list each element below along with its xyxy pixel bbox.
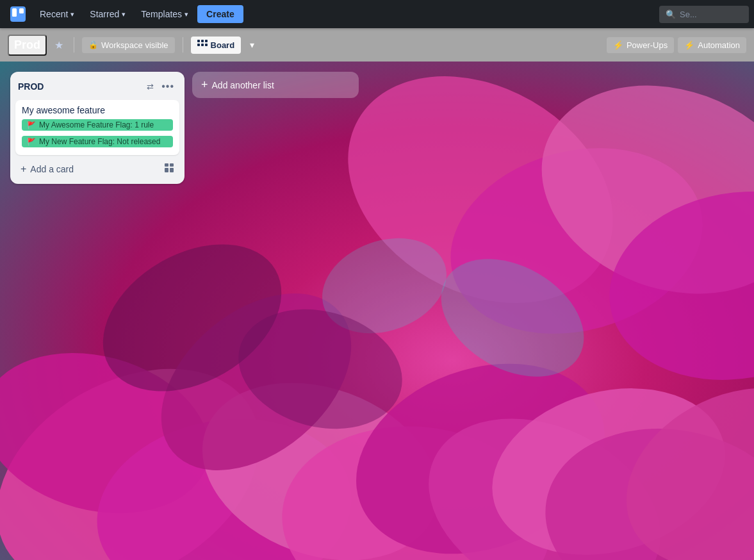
star-icon: ★ — [54, 40, 63, 51]
create-button[interactable]: Create — [197, 5, 243, 23]
add-card-template-icon — [164, 163, 174, 175]
starred-chevron-icon: ▾ — [122, 10, 126, 19]
label-text-2: My New Feature Flag: Not released — [39, 137, 160, 146]
card-label-1: 🚩 My Awesome Feature Flag: 1 rule — [22, 119, 173, 131]
list-header-prod: PROD ⇄ ••• — [15, 78, 179, 95]
recent-label: Recent — [40, 9, 68, 19]
svg-rect-30 — [165, 168, 168, 172]
workspace-lock-icon: 🔒 — [88, 40, 98, 49]
list-title-prod: PROD — [18, 81, 144, 92]
automation-zap-icon: ⚡ — [684, 40, 694, 50]
add-card-button[interactable]: + Add a card — [15, 159, 179, 179]
svg-rect-31 — [170, 168, 174, 172]
board-title-button[interactable]: Prod — [8, 35, 47, 56]
trello-logo — [5, 6, 31, 22]
label-icon-1: 🚩 — [27, 121, 36, 129]
power-ups-button[interactable]: ⚡ Power-Ups — [607, 37, 674, 53]
lists-container: PROD ⇄ ••• My awesome feature 🚩 My Awes — [10, 72, 359, 184]
list-header-actions: ⇄ ••• — [144, 78, 177, 95]
starred-label: Starred — [90, 9, 119, 19]
board-view-label: Board — [211, 40, 235, 50]
svg-rect-4 — [201, 40, 204, 42]
svg-rect-8 — [205, 44, 208, 46]
expand-icon: ▾ — [250, 40, 254, 50]
svg-rect-1 — [12, 8, 17, 17]
list-menu-button[interactable]: ••• — [159, 78, 177, 95]
header-right-actions: ⚡ Power-Ups ⚡ Automation — [607, 37, 746, 53]
svg-rect-3 — [197, 40, 200, 42]
search-icon: 🔍 — [666, 10, 676, 19]
top-nav: Recent ▾ Starred ▾ Templates ▾ Create 🔍 … — [0, 0, 754, 28]
expand-button[interactable]: ▾ — [246, 37, 258, 53]
add-list-plus-icon: + — [201, 78, 208, 92]
search-bar[interactable]: 🔍 Se... — [659, 6, 749, 23]
add-list-label: Add another list — [212, 80, 274, 90]
automation-button[interactable]: ⚡ Automation — [678, 37, 746, 53]
templates-button[interactable]: Templates ▾ — [135, 5, 195, 23]
power-ups-label: Power-Ups — [627, 40, 668, 50]
add-another-list-button[interactable]: + Add another list — [192, 72, 359, 98]
svg-rect-28 — [165, 163, 168, 167]
power-ups-icon: ⚡ — [613, 40, 623, 50]
board-grid-icon — [197, 40, 208, 51]
card-my-awesome-feature[interactable]: My awesome feature 🚩 My Awesome Feature … — [15, 100, 179, 155]
board-header: Prod ★ 🔒 Workspace visible Board ▾ ⚡ Pow… — [0, 28, 754, 62]
board-view-button[interactable]: Board — [191, 37, 242, 54]
label-icon-2: 🚩 — [27, 138, 36, 146]
card-label-2: 🚩 My New Feature Flag: Not released — [22, 136, 173, 147]
svg-rect-7 — [201, 44, 204, 46]
list-prod: PROD ⇄ ••• My awesome feature 🚩 My Awes — [10, 72, 184, 184]
svg-rect-6 — [197, 44, 200, 46]
card-labels: 🚩 My Awesome Feature Flag: 1 rule 🚩 My N… — [22, 119, 173, 150]
more-icon: ••• — [161, 81, 174, 92]
automation-label: Automation — [698, 40, 740, 50]
svg-rect-29 — [170, 163, 174, 167]
recent-button[interactable]: Recent ▾ — [33, 5, 81, 23]
divider — [74, 37, 74, 53]
recent-chevron-icon: ▾ — [70, 10, 74, 19]
card-title-awesome: My awesome feature — [22, 105, 173, 115]
starred-button[interactable]: Starred ▾ — [83, 5, 132, 23]
svg-rect-2 — [19, 8, 24, 13]
workspace-visible-label: Workspace visible — [101, 40, 168, 50]
list-collapse-button[interactable]: ⇄ — [144, 79, 156, 94]
board-title-text: Prod — [14, 38, 40, 51]
search-text: Se... — [680, 10, 697, 19]
templates-chevron-icon: ▾ — [184, 10, 188, 19]
add-card-plus-icon: + — [20, 163, 26, 175]
collapse-icon: ⇄ — [147, 82, 154, 92]
star-button[interactable]: ★ — [52, 37, 66, 54]
create-label: Create — [206, 9, 234, 19]
templates-label: Templates — [141, 9, 182, 19]
divider2 — [183, 37, 183, 53]
label-text-1: My Awesome Feature Flag: 1 rule — [39, 120, 154, 129]
board-area: PROD ⇄ ••• My awesome feature 🚩 My Awes — [0, 62, 754, 560]
svg-rect-5 — [205, 40, 208, 42]
add-card-left: + Add a card — [20, 163, 74, 175]
workspace-visible-button[interactable]: 🔒 Workspace visible — [82, 37, 175, 53]
add-card-label: Add a card — [30, 164, 74, 174]
